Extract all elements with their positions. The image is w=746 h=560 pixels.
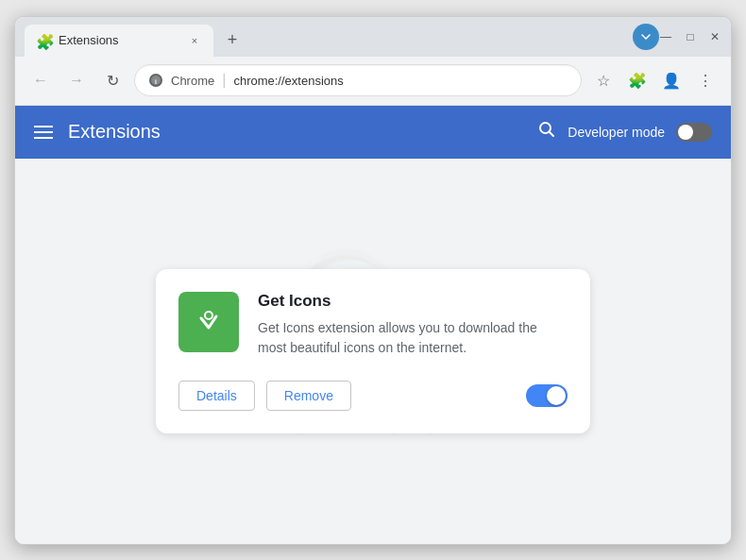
card-top: Get Icons Get Icons extension allows you… [178, 292, 568, 358]
svg-text:i: i [155, 78, 157, 85]
back-icon: ← [33, 72, 48, 89]
tab-title: Extensions [59, 33, 179, 47]
extensions-button[interactable]: 🧩 [623, 66, 652, 94]
extension-enabled-toggle[interactable] [526, 384, 568, 407]
hamburger-line-2 [34, 131, 53, 133]
address-separator: | [222, 72, 226, 89]
forward-button[interactable]: → [62, 66, 91, 94]
developer-mode-label: Developer mode [568, 125, 665, 140]
developer-mode-toggle[interactable] [676, 123, 712, 142]
bookmark-icon: ☆ [597, 72, 610, 90]
extension-icon [178, 292, 239, 352]
back-button[interactable]: ← [26, 66, 55, 94]
extensions-header: Extensions Developer mode [15, 106, 731, 159]
kebab-menu-icon: ⋮ [698, 72, 713, 90]
extension-card: Get Icons Get Icons extension allows you… [156, 269, 590, 433]
active-tab[interactable]: 🧩 Extensions × [25, 25, 213, 57]
details-button[interactable]: Details [178, 381, 255, 411]
tab-strip: 🧩 Extensions × + [25, 17, 625, 57]
svg-rect-5 [192, 305, 226, 339]
title-bar: 🧩 Extensions × + — □ ✕ [15, 17, 731, 57]
tab-close-button[interactable]: × [187, 33, 202, 48]
hamburger-line-1 [34, 126, 53, 127]
bookmark-button[interactable]: ☆ [589, 66, 618, 94]
main-content: 🔍 risk.com Get Icons Get Icons extensi [15, 159, 731, 544]
browser-window: 🧩 Extensions × + — □ ✕ ← → ↻ [14, 16, 732, 545]
menu-button[interactable]: ⋮ [691, 66, 720, 94]
address-bar[interactable]: i Chrome | chrome://extensions [134, 64, 582, 96]
reload-icon: ↻ [107, 72, 119, 90]
chevron-down-icon [638, 29, 653, 44]
svg-line-4 [550, 132, 554, 137]
extension-description: Get Icons extension allows you to downlo… [258, 318, 568, 358]
extensions-page-title: Extensions [68, 121, 522, 143]
profile-dropdown-button[interactable] [633, 24, 659, 50]
profile-button[interactable]: 👤 [657, 66, 686, 94]
close-window-button[interactable]: ✕ [708, 30, 721, 43]
forward-icon: → [69, 72, 84, 89]
remove-button[interactable]: Remove [266, 381, 351, 411]
extension-info: Get Icons Get Icons extension allows you… [258, 292, 568, 358]
address-url: chrome://extensions [233, 74, 568, 88]
security-icon: i [148, 73, 163, 88]
new-tab-button[interactable]: + [219, 27, 246, 54]
header-right: Developer mode [537, 120, 712, 144]
hamburger-menu-button[interactable] [34, 126, 53, 139]
extensions-puzzle-icon: 🧩 [628, 72, 647, 90]
address-chrome-label: Chrome [171, 74, 214, 88]
search-icon[interactable] [537, 120, 556, 144]
reload-button[interactable]: ↻ [98, 66, 127, 94]
nav-icons: ☆ 🧩 👤 ⋮ [589, 66, 720, 94]
minimize-button[interactable]: — [659, 30, 672, 43]
hamburger-line-3 [34, 137, 53, 139]
tab-favicon-icon: 🧩 [36, 33, 51, 48]
extension-logo-icon [192, 305, 226, 339]
profile-icon: 👤 [662, 72, 681, 90]
window-controls: — □ ✕ [659, 30, 721, 43]
card-bottom: Details Remove [178, 381, 568, 411]
extension-name: Get Icons [258, 292, 568, 311]
maximize-button[interactable]: □ [684, 30, 697, 43]
navigation-bar: ← → ↻ i Chrome | chrome://extensions ☆ 🧩 [15, 57, 731, 106]
